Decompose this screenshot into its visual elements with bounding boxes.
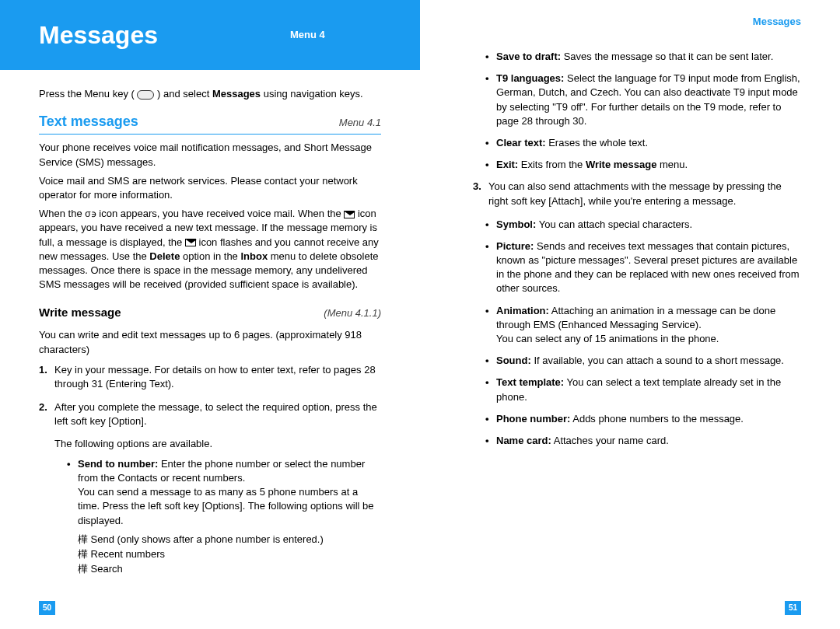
list-item: Sound: If available, you can attach a so… <box>496 354 801 368</box>
header-menu-label: Menu 4 <box>290 28 325 42</box>
list-item: Send to number: Enter the phone number o… <box>78 457 381 577</box>
numbered-list: 3.You can also send attachments with the… <box>459 180 801 208</box>
paragraph: Your phone receives voice mail notificat… <box>39 141 381 169</box>
paragraph: When the σ϶ icon appears, you have recei… <box>39 207 381 292</box>
section-label: Messages <box>753 15 801 29</box>
intro-paragraph: Press the Menu key ( ) and select Messag… <box>39 87 381 101</box>
list-item: 2.After you complete the message, to sel… <box>54 400 381 576</box>
list-item: Phone number: Adds phone numbers to the … <box>496 412 801 426</box>
intro-text: Press the Menu key ( <box>39 88 135 100</box>
list-item: T9 languages: Select the language for T9… <box>496 72 801 128</box>
subsection-title: Text messages <box>39 112 138 131</box>
list-item: 3.You can also send attachments with the… <box>488 180 801 208</box>
header-title: Messages <box>39 18 158 53</box>
subsection2-menu: (Menu 4.1.1) <box>324 306 381 320</box>
bulleted-list: Save to draft: Saves the message so that… <box>459 50 801 172</box>
list-item: Exit: Exits from the Write message menu. <box>496 158 801 172</box>
subsection-header: Text messages Menu 4.1 <box>39 112 381 135</box>
subsection-menu: Menu 4.1 <box>339 116 381 130</box>
intro-bold: Messages <box>212 88 261 100</box>
paragraph: You can write and edit text messages up … <box>39 328 381 356</box>
list-item: Name card: Attaches your name card. <box>496 434 801 448</box>
list-item: 1.Key in your message. For details on ho… <box>54 363 381 391</box>
subsection2-header: Write message (Menu 4.1.1) <box>39 304 381 320</box>
left-page: Messages Menu 4 Press the Menu key ( ) a… <box>0 0 420 629</box>
list-item: Animation: Attaching an animation in a m… <box>496 304 801 347</box>
option-more: You can send a message to as many as 5 p… <box>78 485 381 528</box>
subsection2-title: Write message <box>39 304 121 320</box>
paragraph: Voice mail and SMS are network services.… <box>39 174 381 202</box>
right-page: Messages Save to draft: Saves the messag… <box>420 0 840 629</box>
bulleted-list: Send to number: Enter the phone number o… <box>54 457 381 577</box>
right-header: Messages <box>420 0 840 44</box>
intro-text3: using navigation keys. <box>261 88 363 100</box>
intro-text2: ) and select <box>157 88 212 100</box>
right-content: Save to draft: Saves the message so that… <box>459 50 801 448</box>
page-header: Messages Menu 4 <box>0 0 420 70</box>
list-item: Text template: You can select a text tem… <box>496 376 801 404</box>
envelope-icon <box>185 239 196 246</box>
bulleted-list: Symbol: You can attach special character… <box>459 218 801 448</box>
page-number: 50 <box>39 601 55 615</box>
menu-key-icon <box>137 90 154 100</box>
voicemail-icon: σ϶ <box>85 208 96 221</box>
list-item: Save to draft: Saves the message so that… <box>496 50 801 64</box>
list-item: Picture: Sends and receives text message… <box>496 239 801 296</box>
envelope-icon <box>344 211 355 218</box>
page-number: 51 <box>785 601 801 615</box>
sub-options: 樺 Send (only shows after a phone number … <box>78 533 381 577</box>
list-item: Symbol: You can attach special character… <box>496 218 801 232</box>
numbered-list: 1.Key in your message. For details on ho… <box>39 363 381 576</box>
followup-text: The following options are available. <box>54 437 381 451</box>
list-item: Clear text: Erases the whole text. <box>496 136 801 150</box>
